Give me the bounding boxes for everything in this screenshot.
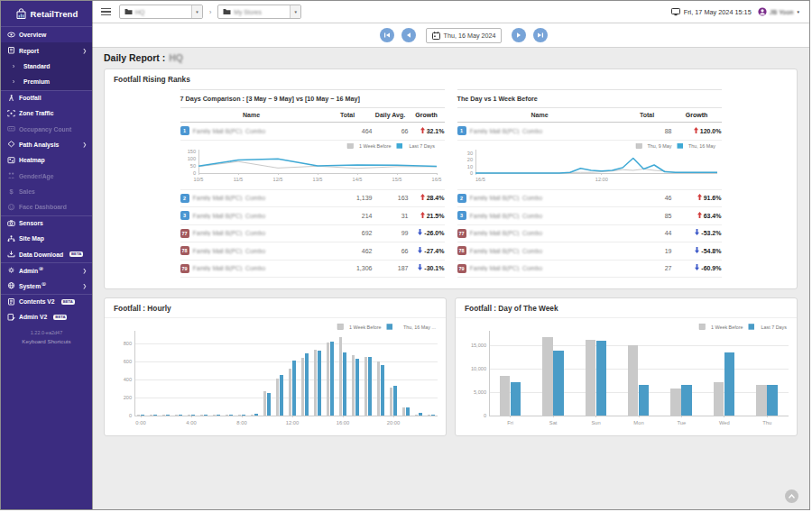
sitemap-icon <box>6 235 15 242</box>
sidebar-item-report[interactable]: Report❯ <box>1 42 92 58</box>
svg-text:Tue: Tue <box>678 420 687 425</box>
submenu-caret-icon: › <box>13 63 20 69</box>
sidebar-item-system[interactable]: SystemⓈ❯ <box>1 278 92 293</box>
name-cell: 79Family Mall B(PC)_Combo <box>457 264 623 273</box>
total-cell: 88 <box>623 128 672 134</box>
sidebar-item-sales[interactable]: $Sales <box>1 184 92 199</box>
contents-icon <box>6 298 15 306</box>
org-select[interactable]: HQ ▼ <box>119 5 203 19</box>
sidebar-item-label: SystemⓈ <box>19 282 46 289</box>
sidebar-item-standard[interactable]: ›Standard <box>1 59 92 74</box>
app-logo[interactable]: RetailTrend <box>1 1 92 27</box>
sidebar-item-label: AdminⓇ <box>19 267 43 274</box>
table-row[interactable]: 1Family Mall B(PC)_Combo4646632.1% <box>180 123 445 141</box>
svg-text:800: 800 <box>124 341 132 346</box>
table-row[interactable]: 2Family Mall B(PC)_Combo1,13916328.4% <box>180 190 445 208</box>
weekday-panel-title: Footfall : Day of The Week <box>456 298 797 318</box>
rank1-trend-chart: 05010015010/511/512/513/514/515/516/5Las… <box>180 141 445 190</box>
rising-ranks-panel: Footfall Rising Ranks 7 Days Comparison … <box>104 69 798 289</box>
page-title-store: HQ <box>169 52 183 63</box>
total-cell: 44 <box>623 230 672 236</box>
svg-text:Sat: Sat <box>549 420 558 425</box>
rank-badge: 2 <box>180 194 189 203</box>
last-date-button[interactable] <box>533 28 548 42</box>
svg-text:Thu, 16 May: Thu, 16 May <box>688 143 715 149</box>
table-row[interactable]: 3Family Mall B(PC)_Combo8563.4% <box>457 207 722 225</box>
previous-date-button[interactable] <box>401 28 416 42</box>
sidebar-item-occupancy-count[interactable]: Occupancy Count <box>1 121 92 136</box>
sidebar-item-premium[interactable]: ›Premium <box>1 74 92 89</box>
footfall-icon <box>6 95 15 102</box>
table-row[interactable]: 77Family Mall B(PC)_Combo69299-26.0% <box>180 225 445 243</box>
growth-cell: 21.5% <box>409 212 445 220</box>
daily-avg-cell: 31 <box>373 213 409 219</box>
keyboard-shortcuts-link[interactable]: Keyboard Shortcuts <box>1 338 92 344</box>
folder-icon <box>125 8 133 15</box>
total-cell: 214 <box>323 213 373 219</box>
sidebar-item-zone-traffic[interactable]: Zone Traffic <box>1 105 92 121</box>
svg-text:0: 0 <box>129 413 132 418</box>
app-version: 1.22.0-ea2d47 <box>1 330 92 335</box>
svg-text:100: 100 <box>187 156 195 161</box>
svg-text:14/5: 14/5 <box>352 177 362 182</box>
store-select[interactable]: My Stores ▼ <box>217 5 301 19</box>
sidebar-item-site-map[interactable]: Site Map <box>1 231 92 246</box>
sidebar-item-overview[interactable]: Overview <box>1 27 92 42</box>
table-row[interactable]: 79Family Mall B(PC)_Combo1,306187-30.1% <box>180 261 445 279</box>
sidebar-item-heatmap[interactable]: Heatmap <box>1 152 92 168</box>
column-header: Total <box>623 112 672 118</box>
sidebar-item-contents-v2[interactable]: Contents V2BETA <box>1 294 92 309</box>
table-row[interactable]: 3Family Mall B(PC)_Combo2143121.5% <box>180 207 445 225</box>
occupancy-icon <box>6 125 15 133</box>
daily-avg-cell: 66 <box>373 128 409 134</box>
folder-icon <box>223 8 231 15</box>
sidebar-item-gender-age[interactable]: Gender/Age <box>1 169 92 184</box>
user-menu[interactable]: JB Yoon ▼ <box>758 7 800 16</box>
total-cell: 1,306 <box>323 265 373 271</box>
sidebar-item-data-download[interactable]: Data DownloadBETA <box>1 246 92 261</box>
menu-toggle-icon[interactable] <box>101 8 111 15</box>
table-row[interactable]: 1Family Mall B(PC)_Combo88120.0% <box>457 123 722 141</box>
scroll-to-top-button[interactable] <box>785 489 798 503</box>
table-row[interactable]: 77Family Mall B(PC)_Combo44-53.2% <box>457 225 722 243</box>
date-picker[interactable]: Thu, 16 May 2024 <box>426 28 503 43</box>
rank-badge: 2 <box>457 194 466 203</box>
svg-text:Thu: Thu <box>762 420 771 425</box>
svg-text:Mon: Mon <box>633 420 643 425</box>
sidebar-item-footfall[interactable]: Footfall <box>1 90 92 105</box>
first-date-button[interactable] <box>380 28 394 42</box>
name-cell: 78Family Mall B(PC)_Combo <box>457 246 623 255</box>
next-date-button[interactable] <box>512 28 526 42</box>
beta-badge: BETA <box>69 251 83 257</box>
sidebar-item-label: Occupancy Count <box>19 126 71 133</box>
svg-text:Thu, 9 May: Thu, 9 May <box>647 143 671 149</box>
table-row[interactable]: 79Family Mall B(PC)_Combo27-60.9% <box>457 261 722 279</box>
store-name: Family Mall B(PC)_Combo <box>470 248 542 254</box>
page-title: Daily Report : HQ <box>104 52 798 63</box>
store-name: Family Mall B(PC)_Combo <box>193 195 265 201</box>
svg-text:15,000: 15,000 <box>471 343 486 348</box>
svg-text:20: 20 <box>466 157 472 162</box>
growth-cell: 120.0% <box>672 127 722 135</box>
svg-text:150: 150 <box>187 149 195 154</box>
monitor-icon <box>671 8 680 16</box>
sidebar-item-admin-v2[interactable]: Admin V2BETA <box>1 309 92 325</box>
store-name: Family Mall B(PC)_Combo <box>470 128 542 134</box>
sidebar-item-sensors[interactable]: Sensors <box>1 215 92 231</box>
table-header: NameTotalGrowth <box>457 108 722 123</box>
growth-cell: 32.1% <box>409 127 445 135</box>
table-row[interactable]: 2Family Mall B(PC)_Combo4691.6% <box>457 190 722 208</box>
store-name: Family Mall B(PC)_Combo <box>193 213 265 219</box>
sidebar-item-admin[interactable]: AdminⓇ❯ <box>1 262 92 278</box>
sidebar-item-face-dashboard[interactable]: Face Dashboard <box>1 199 92 215</box>
date-picker-value: Thu, 16 May 2024 <box>444 32 496 40</box>
column-header: Growth <box>672 112 722 118</box>
table-row[interactable]: 78Family Mall B(PC)_Combo46266-27.4% <box>180 242 445 261</box>
svg-text:600: 600 <box>124 359 132 364</box>
store-name: Family Mall B(PC)_Combo <box>193 248 265 254</box>
table-row[interactable]: 78Family Mall B(PC)_Combo19-54.8% <box>457 242 722 261</box>
sidebar-item-path-analysis[interactable]: Path Analysis❯ <box>1 137 92 152</box>
svg-text:0: 0 <box>192 170 195 176</box>
arrow-down-icon <box>695 229 699 237</box>
svg-text:0: 0 <box>469 170 472 176</box>
